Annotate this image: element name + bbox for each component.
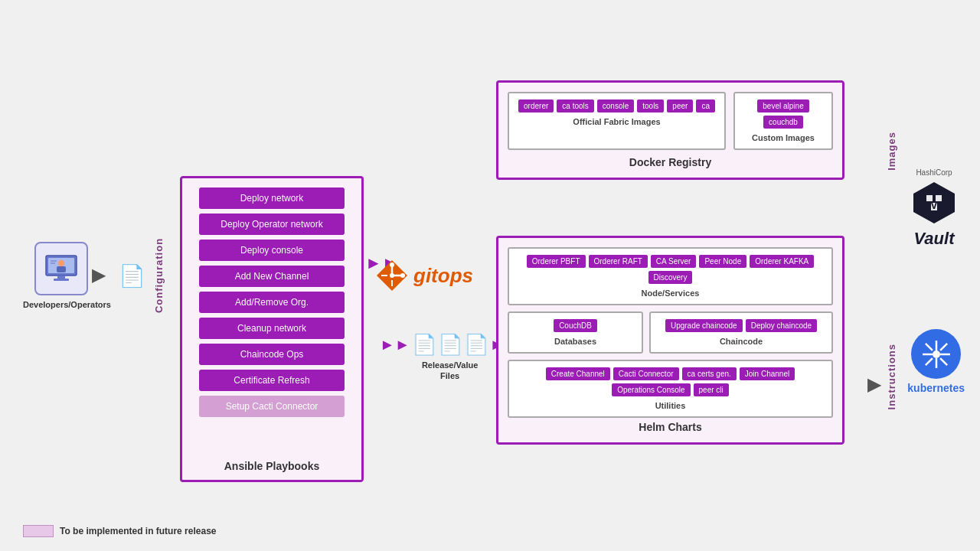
tag-orderer: orderer [518, 99, 554, 112]
utilities-tags: Create Channel Cacti Connector ca certs … [515, 367, 825, 396]
docker-panels-row: orderer ca tools console tools peer ca O… [508, 92, 833, 150]
helm-charts-box: Orderer PBFT Orderer RAFT CA Server Peer… [496, 236, 844, 445]
doc-icon-1: 📄 [412, 333, 436, 357]
tag-deploy-chaincode: Deploy chaincode [746, 319, 818, 332]
legend-color-box [23, 525, 54, 537]
legend: To be implemented in future release [23, 525, 217, 537]
vault-icon-svg: V [911, 180, 957, 226]
ansible-box: Deploy network Deploy Operator network D… [180, 176, 364, 482]
add-remove-org-btn[interactable]: Add/Remove Org. [199, 292, 345, 313]
official-images-title: Official Fabric Images [515, 117, 718, 126]
databases-title: Databases [515, 337, 635, 346]
tag-orderer-pbft: Orderer PBFT [527, 255, 586, 268]
main-container: To be implemented in future release Deve… [0, 0, 980, 551]
tag-ca: ca [696, 99, 715, 112]
docker-title: Docker Registry [508, 156, 833, 168]
svg-rect-3 [54, 279, 69, 281]
helm-inner-box: Orderer PBFT Orderer RAFT CA Server Peer… [496, 236, 844, 445]
tag-join-channel: Join Channel [740, 367, 795, 380]
official-tags-grid: orderer ca tools console tools peer ca [515, 99, 718, 112]
certificate-refresh-btn[interactable]: Certificate Refresh [199, 370, 345, 391]
kubernetes-icon [911, 329, 961, 379]
databases-panel: CouchDB Databases [508, 311, 643, 354]
tag-peer: peer [667, 99, 693, 112]
tag-couchdb-helm: CouchDB [554, 319, 597, 332]
configuration-label: Configuration [153, 238, 165, 313]
instructions-label: Instructions [886, 344, 897, 409]
vault-icon-wrap: V [911, 180, 957, 226]
gitops-section: gitops [375, 259, 473, 292]
chaincode-title: Chaincode [657, 337, 825, 346]
official-images-panel: orderer ca tools console tools peer ca O… [508, 92, 726, 150]
kubernetes-label: kubernetes [907, 382, 965, 394]
legend-text: To be implemented in future release [60, 526, 217, 536]
utilities-title: Utilities [515, 401, 825, 410]
images-label: Images [886, 132, 897, 171]
chaincode-tags: Upgrade chaincode Deploy chaincode [657, 319, 825, 332]
tag-ca-server: CA Server [651, 255, 697, 268]
arrow-dev-config: ▶ [92, 266, 105, 285]
custom-images-title: Custom Images [741, 133, 825, 142]
tag-bevel-alpine: bevel alpine [757, 99, 808, 112]
vault-brand: HashiCorp [916, 168, 952, 177]
tag-upgrade-chaincode: Upgrade chaincode [665, 319, 743, 332]
gitops-logo-row: gitops [375, 259, 473, 292]
files-label: Release/ValueFiles [422, 360, 478, 382]
docker-registry-box: orderer ca tools console tools peer ca O… [496, 80, 844, 180]
tag-cacti-connector: Cacti Connector [613, 367, 679, 380]
tag-discovery: Discovery [648, 271, 693, 284]
svg-point-4 [58, 260, 64, 266]
add-new-channel-btn[interactable]: Add New Channel [199, 266, 345, 287]
custom-images-panel: bevel alpine couchdb Custom Images [733, 92, 833, 150]
tag-catools: ca tools [557, 99, 593, 112]
helm-title: Helm Charts [508, 421, 833, 433]
node-services-tags: Orderer PBFT Orderer RAFT CA Server Peer… [515, 255, 825, 284]
developer-label: Developers/Operators [23, 300, 100, 309]
deploy-operator-network-btn[interactable]: Deploy Operator network [199, 214, 345, 235]
tag-couchdb: couchdb [763, 116, 803, 129]
node-services-title: Node/Services [515, 289, 825, 298]
tag-orderer-raft: Orderer RAFT [589, 255, 648, 268]
custom-tags-grid: bevel alpine couchdb [741, 99, 825, 129]
tag-ca-certs-gen: ca certs gen. [682, 367, 737, 380]
node-services-panel: Orderer PBFT Orderer RAFT CA Server Peer… [508, 247, 833, 305]
config-doc-icon: 📄 [119, 263, 145, 289]
instructions-label-wrap: Instructions [886, 241, 897, 513]
gitops-diamond-icon [375, 259, 409, 292]
deploy-network-btn[interactable]: Deploy network [199, 187, 345, 209]
double-arrow-left: ►► [380, 336, 410, 354]
arrow-helm-k8s: ▶ [867, 375, 880, 395]
vault-name: Vault [914, 229, 955, 249]
db-chaincode-row: CouchDB Databases Upgrade chaincode Depl… [508, 311, 833, 354]
vault-section: HashiCorp V Vault [911, 168, 957, 249]
svg-point-13 [400, 273, 405, 278]
utilities-panel: Create Channel Cacti Connector ca certs … [508, 360, 833, 418]
kubernetes-section: kubernetes [907, 329, 965, 394]
tag-console: console [597, 99, 634, 112]
kubernetes-svg [921, 339, 952, 370]
svg-point-12 [390, 262, 394, 267]
tag-peer-node: Peer Node [699, 255, 746, 268]
chaincode-panel: Upgrade chaincode Deploy chaincode Chain… [649, 311, 833, 354]
svg-rect-5 [57, 266, 66, 272]
deploy-console-btn[interactable]: Deploy console [199, 240, 345, 261]
databases-tags: CouchDB [515, 319, 635, 332]
tag-ops-console: Operations Console [612, 383, 690, 396]
svg-point-22 [933, 350, 940, 358]
tag-orderer-kafka: Orderer KAFKA [750, 255, 814, 268]
svg-point-11 [390, 273, 394, 278]
ansible-title: Ansible Playbooks [224, 460, 319, 472]
doc-icon-2: 📄 [438, 333, 462, 357]
tag-peer-cli: peer cli [694, 383, 729, 396]
doc-icon-3: 📄 [464, 333, 488, 357]
tag-create-channel: Create Channel [546, 367, 610, 380]
gitops-svg [375, 259, 409, 292]
images-label-wrap: Images [886, 80, 897, 222]
svg-text:V: V [930, 199, 938, 211]
gitops-text: gitops [413, 264, 473, 288]
developer-section: Developers/Operators [23, 242, 100, 309]
chaincode-ops-btn[interactable]: Chaincode Ops [199, 344, 345, 365]
setup-cacti-connector-btn[interactable]: Setup Cacti Connector [199, 396, 345, 417]
cleanup-network-btn[interactable]: Cleanup network [199, 318, 345, 339]
tag-tools: tools [637, 99, 664, 112]
